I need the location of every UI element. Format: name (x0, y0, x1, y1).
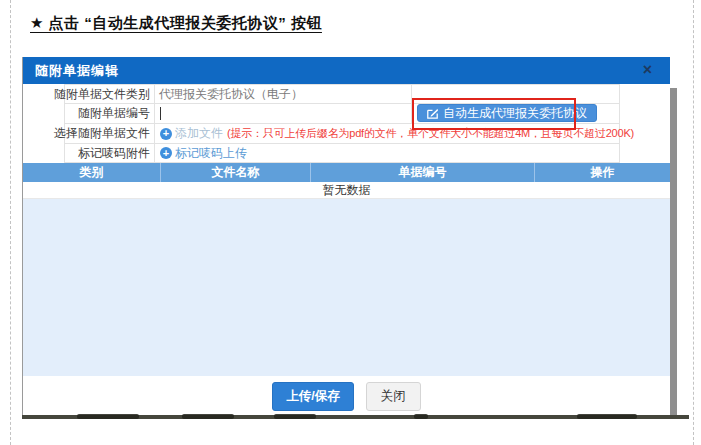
crop-guide-left (10, 0, 11, 445)
form-row-document-number: 随附单据编号 自动生成代理报关委托协议 (65, 104, 619, 124)
edit-icon (427, 108, 438, 119)
add-file-link[interactable]: + 添加文件 (160, 125, 223, 142)
mark-code-upload-link[interactable]: + 标记唛码上传 (160, 145, 247, 162)
form-row-file-type: 随附单据文件类别 代理报关委托协议（电子） (65, 85, 619, 104)
plus-circle-icon: + (160, 147, 172, 159)
dialog-title: 随附单据编辑 (35, 62, 119, 80)
auto-generate-agreement-button[interactable]: 自动生成代理报关委托协议 (417, 104, 597, 122)
close-button[interactable]: 关闭 (366, 382, 421, 411)
text-caret (160, 107, 161, 120)
crop-guide-right (693, 0, 694, 445)
upload-hint-text: (提示：只可上传后缀名为pdf的文件，单个文件大小不能超过4M，且每页不超过20… (227, 126, 634, 141)
background-artifact (414, 414, 428, 419)
dialog-footer: 上传/保存 关闭 (23, 376, 670, 416)
background-artifact (182, 414, 234, 419)
dialog-shadow (670, 88, 677, 419)
select-file-label: 选择随附单据文件 (65, 124, 155, 143)
add-file-label: 添加文件 (175, 125, 223, 142)
file-type-label: 随附单据文件类别 (65, 85, 155, 103)
attached-document-edit-dialog: 随附单据编辑 × 随附单据文件类别 代理报关委托协议（电子） 随附单据编号 (22, 57, 670, 415)
mark-code-upload-label: 标记唛码上传 (175, 145, 247, 162)
background-artifact (577, 414, 637, 419)
mark-code-label: 标记唛码附件 (65, 144, 155, 162)
document-number-label: 随附单据编号 (65, 104, 155, 123)
background-artifact (274, 414, 316, 419)
plus-circle-icon: + (160, 128, 172, 140)
dialog-header: 随附单据编辑 × (23, 57, 670, 84)
document-form: 随附单据文件类别 代理报关委托协议（电子） 随附单据编号 (64, 84, 620, 163)
empty-table-message: 暂无数据 (23, 182, 670, 199)
form-row-select-file: 选择随附单据文件 + 添加文件 (提示：只可上传后缀名为pdf的文件，单个文件大… (65, 124, 619, 144)
attachment-table-header: 类别 文件名称 单据编号 操作 (23, 163, 670, 182)
screenshot-root: ★ 点击 “自动生成代理报关委托协议” 按钮 随附单据编辑 × 随附单据文件类别… (0, 0, 701, 445)
form-row-mark-code: 标记唛码附件 + 标记唛码上传 (65, 144, 619, 163)
file-type-value: 代理报关委托协议（电子） (155, 85, 412, 103)
auto-generate-agreement-label: 自动生成代理报关委托协议 (443, 105, 587, 122)
dialog-bottom-edge (22, 415, 689, 419)
column-header-actions: 操作 (535, 163, 670, 182)
column-header-category: 类别 (23, 163, 161, 182)
step-caption: ★ 点击 “自动生成代理报关委托协议” 按钮 (30, 14, 322, 33)
column-header-document-number: 单据编号 (311, 163, 535, 182)
column-header-file-name: 文件名称 (161, 163, 311, 182)
document-number-input[interactable] (155, 104, 412, 123)
attachment-table-body (23, 199, 670, 376)
upload-save-button[interactable]: 上传/保存 (272, 382, 353, 411)
background-artifact (77, 414, 139, 419)
close-icon[interactable]: × (643, 60, 652, 80)
